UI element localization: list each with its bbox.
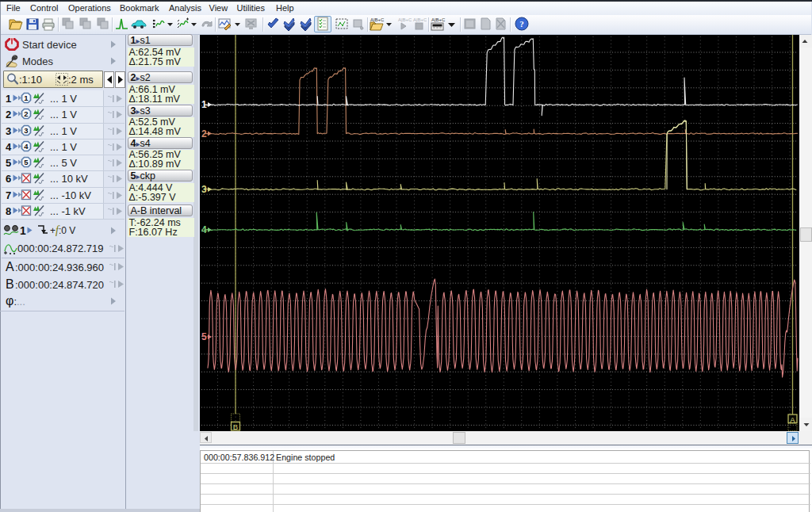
svg-text:?: ?: [519, 19, 524, 29]
svg-text:A|B+C: A|B+C: [413, 17, 427, 22]
svg-text:1: 1: [201, 99, 207, 110]
svg-text:3: 3: [201, 184, 207, 195]
svg-text:1: 1: [24, 94, 29, 102]
svg-text:A|B+C: A|B+C: [370, 17, 385, 22]
svg-text:4: 4: [24, 142, 29, 151]
svg-text:2: 2: [24, 109, 28, 118]
svg-text:5: 5: [201, 331, 207, 342]
svg-text:A|B+C: A|B+C: [431, 17, 446, 22]
svg-text:B: B: [233, 422, 238, 431]
svg-text:3: 3: [24, 126, 28, 135]
svg-text:A: A: [790, 415, 795, 424]
svg-text:5: 5: [24, 158, 29, 166]
svg-text:2: 2: [201, 128, 207, 139]
svg-text:4: 4: [201, 224, 207, 235]
svg-text:A|B+C: A|B+C: [398, 17, 412, 22]
